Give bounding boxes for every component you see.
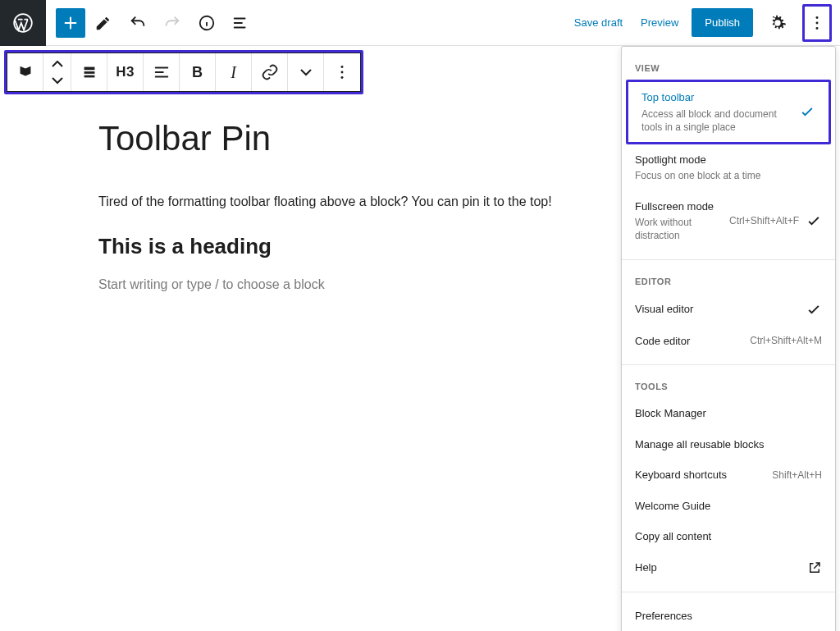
menu-top-toolbar[interactable]: Top toolbar Access all block and documen… — [628, 82, 829, 142]
move-down-button[interactable] — [51, 72, 64, 89]
tools-section: Tools Block Manager Manage all reusable … — [622, 365, 835, 592]
more-formatting-button[interactable] — [288, 53, 324, 91]
menu-preferences[interactable]: Preferences — [622, 601, 835, 631]
add-block-button[interactable] — [56, 8, 85, 38]
pinned-block-toolbar-highlight: H3 B I — [4, 50, 363, 94]
wp-logo[interactable] — [0, 0, 46, 46]
menu-help[interactable]: Help — [622, 552, 835, 583]
options-dropdown: View Top toolbar Access all block and do… — [621, 46, 836, 631]
align-button[interactable] — [144, 53, 180, 91]
svg-point-8 — [341, 66, 344, 68]
empty-block-placeholder[interactable]: Start writing or type / to choose a bloc… — [98, 277, 623, 292]
undo-button[interactable] — [121, 7, 154, 39]
svg-point-10 — [341, 76, 344, 79]
move-up-button[interactable] — [51, 56, 64, 72]
menu-fullscreen-mode[interactable]: Fullscreen mode Work without distraction… — [622, 191, 835, 251]
menu-keyboard-shortcuts[interactable]: Keyboard shortcuts Shift+Alt+H — [622, 460, 835, 491]
settings-button[interactable] — [761, 7, 794, 39]
menu-copy-content[interactable]: Copy all content — [622, 521, 835, 552]
svg-rect-6 — [84, 71, 94, 74]
external-link-icon — [807, 560, 822, 575]
heading-block[interactable]: This is a heading — [98, 234, 623, 259]
bold-button[interactable]: B — [180, 53, 216, 91]
italic-button[interactable]: I — [216, 53, 252, 91]
save-draft-button[interactable]: Save draft — [569, 10, 628, 35]
editor-canvas: Toolbar Pin Tired of the formatting tool… — [0, 94, 623, 292]
menu-welcome-guide[interactable]: Welcome Guide — [622, 491, 835, 522]
view-section: View Top toolbar Access all block and do… — [622, 47, 835, 260]
svg-rect-7 — [84, 75, 94, 78]
editor-header: Save draft Preview Publish — [0, 0, 840, 46]
svg-rect-5 — [84, 67, 94, 71]
svg-point-4 — [816, 26, 819, 29]
tools-section-label: Tools — [622, 373, 835, 398]
check-icon — [799, 103, 815, 120]
options-button[interactable] — [805, 7, 829, 39]
menu-code-editor[interactable]: Code editor Ctrl+Shift+Alt+M — [622, 326, 835, 357]
editor-section-label: Editor — [622, 268, 835, 293]
menu-block-manager[interactable]: Block Manager — [622, 398, 835, 429]
menu-visual-editor[interactable]: Visual editor — [622, 293, 835, 326]
menu-reusable-blocks[interactable]: Manage all reusable blocks — [622, 429, 835, 460]
top-toolbar-highlight: Top toolbar Access all block and documen… — [626, 80, 831, 144]
info-button[interactable] — [190, 7, 223, 39]
editor-section: Editor Visual editor Code editor Ctrl+Sh… — [622, 260, 835, 366]
tools-edit-icon[interactable] — [87, 7, 120, 39]
header-left-tools — [46, 7, 258, 39]
check-icon — [806, 213, 822, 229]
publish-button[interactable]: Publish — [692, 8, 753, 37]
link-button[interactable] — [252, 53, 288, 91]
redo-button — [156, 7, 189, 39]
svg-point-2 — [816, 16, 819, 19]
block-options-button[interactable] — [324, 53, 360, 91]
header-right-tools: Save draft Preview Publish — [569, 4, 840, 42]
prefs-section: Preferences — [622, 592, 835, 631]
svg-point-3 — [816, 21, 819, 24]
menu-spotlight-mode[interactable]: Spotlight mode Focus on one block at a t… — [622, 144, 835, 191]
heading-level-button[interactable]: H3 — [107, 53, 144, 91]
preview-button[interactable]: Preview — [636, 10, 683, 35]
post-title[interactable]: Toolbar Pin — [98, 119, 623, 158]
block-type-heading-icon[interactable] — [71, 53, 107, 91]
list-view-icon[interactable] — [7, 53, 43, 91]
svg-point-9 — [341, 71, 344, 74]
view-section-label: View — [622, 55, 835, 80]
block-toolbar: H3 B I — [7, 53, 361, 92]
check-icon — [806, 301, 822, 318]
block-mover — [43, 53, 71, 91]
outline-button[interactable] — [225, 7, 258, 39]
paragraph-block[interactable]: Tired of the formatting toolbar floating… — [98, 194, 623, 209]
